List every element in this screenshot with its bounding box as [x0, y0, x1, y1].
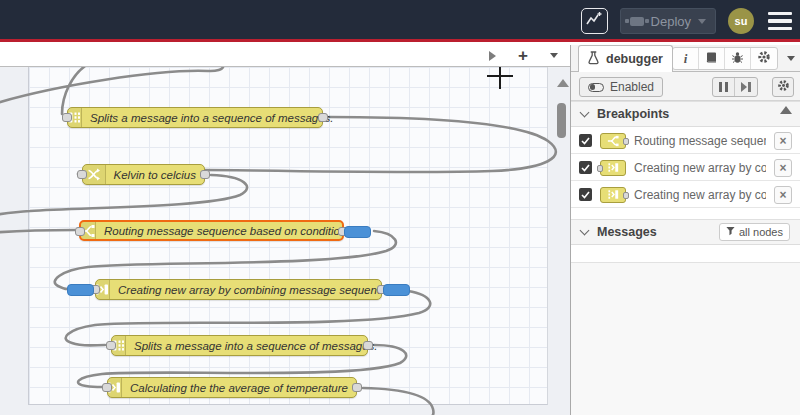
- canvas-scrollbar-thumb[interactable]: [557, 103, 566, 138]
- output-port[interactable]: [352, 383, 362, 392]
- crosshair-cursor: [499, 67, 501, 89]
- flask-icon: [587, 51, 600, 68]
- breakpoint-marker[interactable]: [383, 284, 410, 296]
- output-port[interactable]: [363, 341, 373, 350]
- output-port: [623, 138, 629, 145]
- chevron-down-icon[interactable]: [698, 19, 706, 24]
- breakpoint-label: Creating new array by combini: [634, 161, 766, 175]
- remove-breakpoint-button[interactable]: ×: [774, 186, 792, 204]
- debugger-toolbar: Enabled: [571, 72, 800, 101]
- breakpoint-label: Routing message sequence ba: [634, 134, 766, 148]
- section-title: Messages: [597, 225, 657, 239]
- breakpoint-marker[interactable]: [67, 284, 94, 296]
- input-port[interactable]: [77, 170, 87, 179]
- info-icon: i: [684, 51, 688, 67]
- remove-breakpoint-button[interactable]: ×: [774, 159, 792, 177]
- sidebar-scroll-up-icon[interactable]: [780, 106, 792, 114]
- bug-icon: [731, 50, 744, 68]
- app-header: Deploy su: [0, 0, 800, 42]
- breakpoint-row[interactable]: Routing message sequence ba ×: [571, 128, 800, 154]
- node-label: Kelvin to celcius: [106, 165, 204, 184]
- deploy-button[interactable]: Deploy: [620, 8, 716, 34]
- node-icon: [630, 17, 644, 26]
- flow-editor: +: [0, 45, 570, 415]
- node-label: Splits a message into a sequence of mess…: [126, 336, 386, 355]
- debugger-settings-button[interactable]: [772, 77, 794, 97]
- filter-label: all nodes: [739, 226, 783, 238]
- flow-list-dropdown-icon[interactable]: [550, 53, 558, 58]
- enabled-toggle-button[interactable]: Enabled: [579, 77, 663, 97]
- sidebar-menu-icon[interactable]: [787, 56, 795, 61]
- flow-node-join-2[interactable]: Calculating the the average of temperatu…: [107, 377, 357, 398]
- flow-node-change[interactable]: Kelvin to celcius: [82, 164, 205, 185]
- flow-node-split-2[interactable]: Splits a message into a sequence of mess…: [111, 335, 368, 356]
- breakpoint-checkbox[interactable]: [579, 188, 592, 201]
- tab-debugger[interactable]: debugger: [578, 45, 673, 72]
- crosshair-cursor: [487, 75, 513, 77]
- node-label: Splits a message into a sequence of mess…: [82, 108, 342, 127]
- toggle-icon: [588, 83, 604, 92]
- messages-section-header[interactable]: Messages all nodes: [571, 219, 800, 245]
- flow-tabbar: +: [0, 45, 570, 67]
- chevron-down-icon: [580, 108, 590, 118]
- output-port[interactable]: [318, 113, 328, 122]
- breakpoint-row[interactable]: Creating new array by combini ×: [571, 182, 800, 208]
- debug-sidebar: debugger i: [570, 45, 800, 415]
- help-tab-button[interactable]: [699, 48, 725, 69]
- canvas-scroll-up-icon[interactable]: [557, 79, 569, 87]
- breakpoint-row[interactable]: Creating new array by combini ×: [571, 155, 800, 181]
- enabled-label: Enabled: [610, 80, 654, 94]
- breakpoint-checkbox[interactable]: [579, 134, 592, 147]
- sidebar-tabrow: debugger i: [571, 45, 800, 72]
- node-red-app: Deploy su +: [0, 0, 800, 415]
- breakpoint-label: Creating new array by combini: [634, 188, 766, 202]
- step-next-icon: [741, 82, 751, 92]
- input-port[interactable]: [75, 227, 85, 236]
- deploy-label: Deploy: [651, 14, 691, 29]
- message-filter-button[interactable]: all nodes: [719, 223, 790, 241]
- pause-icon: [719, 82, 728, 92]
- join-node-icon: [600, 160, 626, 176]
- pause-button[interactable]: [713, 78, 735, 96]
- step-button[interactable]: [735, 78, 757, 96]
- switch-node-icon: [600, 133, 626, 149]
- join-node-icon: [600, 187, 626, 203]
- remove-breakpoint-button[interactable]: ×: [774, 132, 792, 150]
- input-port[interactable]: [102, 383, 112, 392]
- messages-list: [571, 246, 800, 262]
- input-port[interactable]: [106, 341, 116, 350]
- breakpoint-marker[interactable]: [344, 226, 371, 238]
- flow-node-join-1[interactable]: Creating new array by combining message …: [95, 279, 382, 300]
- node-label: Creating new array by combining message …: [110, 280, 397, 299]
- tab-scroll-right-icon[interactable]: [489, 51, 496, 61]
- section-title: Breakpoints: [597, 107, 669, 121]
- node-label: Routing message sequence based on condit…: [96, 222, 354, 239]
- config-tab-button[interactable]: [751, 48, 777, 69]
- debug-tab-button[interactable]: [725, 48, 751, 69]
- breakpoints-section-header[interactable]: Breakpoints: [571, 101, 800, 127]
- main-menu-button[interactable]: [766, 8, 794, 35]
- filter-icon: [726, 226, 735, 238]
- tab-label: debugger: [606, 52, 663, 66]
- info-tab-button[interactable]: i: [673, 48, 699, 69]
- output-port[interactable]: [200, 170, 210, 179]
- chart-sparkle-icon: [585, 11, 604, 32]
- book-icon: [705, 50, 718, 68]
- breakpoint-checkbox[interactable]: [579, 161, 592, 174]
- gear-icon: [777, 78, 790, 96]
- assistant-button[interactable]: [581, 8, 608, 34]
- user-avatar[interactable]: su: [728, 8, 754, 34]
- flow-canvas[interactable]: Splits a message into a sequence of mess…: [0, 67, 570, 415]
- chevron-down-icon: [580, 226, 590, 236]
- messages-empty-area: [571, 262, 800, 415]
- gear-icon: [757, 50, 771, 68]
- node-label: Calculating the the average of temperatu…: [122, 378, 356, 397]
- add-flow-button[interactable]: +: [518, 47, 528, 64]
- input-port[interactable]: [62, 113, 72, 122]
- flow-node-split-1[interactable]: Splits a message into a sequence of mess…: [67, 107, 323, 128]
- output-port: [623, 192, 629, 199]
- input-port: [597, 165, 603, 172]
- flow-node-switch[interactable]: Routing message sequence based on condit…: [79, 220, 344, 241]
